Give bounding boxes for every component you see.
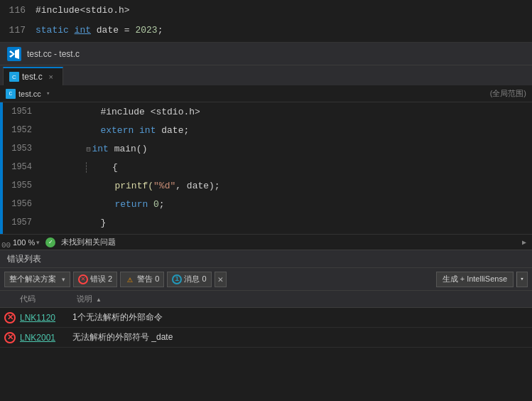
line-number-116: 116 xyxy=(0,5,36,16)
top-snippet-area: 116 #include<stdio.h> 117 static int dat… xyxy=(0,0,532,43)
generate-dropdown-icon[interactable]: ▾ xyxy=(516,272,528,287)
warn-icon: ⚠ xyxy=(125,274,135,284)
solution-dropdown-arrow: ▾ xyxy=(62,276,65,283)
info-badge-btn[interactable]: i 消息 0 xyxy=(167,272,211,287)
var-date: date = xyxy=(91,25,135,36)
scroll-right-icon[interactable]: ▶ xyxy=(522,238,526,247)
var-date-1952: date; xyxy=(156,125,189,136)
val-0: 0 xyxy=(153,199,159,210)
error-section-title: 错误列表 xyxy=(7,253,41,265)
info-badge-label: 消息 0 xyxy=(184,274,206,284)
row-code-1[interactable]: LNK2001 xyxy=(20,333,72,343)
line-num-1952: 1952 xyxy=(3,125,42,135)
window-titlebar: test.cc - test.c xyxy=(0,43,532,65)
editor-area[interactable]: 1951 #include <stdio.h> 1952 extern int … xyxy=(0,102,532,234)
row-error-icon-0: ✕ xyxy=(4,312,16,324)
breadcrumb-dropdown-icon[interactable]: ▾ xyxy=(44,90,53,98)
vs-logo-icon xyxy=(7,47,21,61)
status-ok-icon: ✓ xyxy=(45,237,55,247)
semicolon: ; xyxy=(158,25,163,36)
left-num-00: 00 xyxy=(0,241,12,250)
col-desc-header[interactable]: 说明 ▲ xyxy=(77,294,528,304)
line-num-1951: 1951 xyxy=(3,107,42,117)
brace-close: } xyxy=(100,218,106,228)
line-number-117: 117 xyxy=(0,25,36,36)
zoom-value: 100 % xyxy=(13,238,35,247)
tab-file-icon: C xyxy=(9,72,19,82)
row-desc-0: 1个无法解析的外部命令 xyxy=(72,311,163,324)
editor-line-1957: 1957 } xyxy=(3,213,532,232)
val-2023: 2023 xyxy=(135,25,157,36)
snippet-code-116: #include<stdio.h> xyxy=(36,5,130,16)
warn-badge-label: 警告 0 xyxy=(137,274,159,284)
editor-status-bar: 00 100 % ▾ ✓ 未找到相关问题 ▶ xyxy=(0,234,532,250)
line-num-1954: 1954 xyxy=(3,162,42,172)
breadcrumb-file-icon: C xyxy=(6,89,16,99)
generate-btn[interactable]: 生成 + IntelliSense xyxy=(436,272,514,287)
error-badge-label: 错误 2 xyxy=(90,274,112,284)
col-code-header[interactable]: 代码 xyxy=(20,294,77,304)
error-badge-btn[interactable]: ✕ 错误 2 xyxy=(73,272,117,287)
tab-test-c[interactable]: C test.c × xyxy=(3,67,63,85)
sort-asc-icon: ▲ xyxy=(96,296,102,303)
tab-close-icon[interactable]: × xyxy=(45,71,57,82)
info-icon: i xyxy=(172,274,182,284)
col-desc-label: 说明 xyxy=(77,294,92,303)
error-section-header: 错误列表 xyxy=(0,250,532,268)
line-num-1955: 1955 xyxy=(3,181,42,191)
line-content-1957: } xyxy=(42,207,106,235)
snippet-line-117: 117 static int date = 2023; xyxy=(0,20,532,40)
printf-args: , date); xyxy=(175,181,219,191)
filter-icon: ✕ xyxy=(218,274,224,285)
zoom-control[interactable]: 100 % ▾ xyxy=(13,238,40,247)
error-toolbar: 整个解决方案 ▾ ✕ 错误 2 ⚠ 警告 0 i 消息 0 ✕ 生成 + Int… xyxy=(0,268,532,291)
line-num-1957: 1957 xyxy=(3,218,42,228)
indent1957 xyxy=(86,218,100,228)
row-code-0[interactable]: LNK1120 xyxy=(20,313,72,323)
return-semi: ; xyxy=(159,199,165,210)
status-text: 未找到相关问题 xyxy=(61,237,116,247)
window-title-text: test.cc - test.c xyxy=(27,49,80,59)
zoom-dropdown-icon[interactable]: ▾ xyxy=(36,239,40,246)
snippet-line-116: 116 #include<stdio.h> xyxy=(0,0,532,20)
generate-label: 生成 + IntelliSense xyxy=(443,274,507,284)
solution-dropdown-label: 整个解决方案 xyxy=(9,274,56,284)
col-code-label: 代码 xyxy=(20,294,36,303)
error-row-1[interactable]: ✕ LNK2001 无法解析的外部符号 _date xyxy=(0,328,532,348)
error-icon: ✕ xyxy=(78,274,88,284)
kw-return: return xyxy=(114,199,153,210)
error-row-0[interactable]: ✕ LNK1120 1个无法解析的外部命令 xyxy=(0,308,532,328)
code-lines-wrapper: 1951 #include <stdio.h> 1952 extern int … xyxy=(0,102,532,232)
breadcrumb-scope-text: (全局范围) xyxy=(490,88,526,99)
line-num-1956: 1956 xyxy=(3,199,42,209)
tab-bar: C test.c × xyxy=(0,65,532,85)
row-desc-1: 无法解析的外部符号 _date xyxy=(72,331,173,343)
filter-icon-btn[interactable]: ✕ xyxy=(215,272,227,287)
snippet-code-117: static int date = 2023; xyxy=(36,25,163,36)
breadcrumb-bar: C test.cc ▾ (全局范围) xyxy=(0,85,532,102)
tab-label: test.c xyxy=(22,72,43,82)
error-table-header: 代码 说明 ▲ xyxy=(0,291,532,308)
solution-dropdown[interactable]: 整个解决方案 ▾ xyxy=(4,272,70,287)
warn-badge-btn[interactable]: ⚠ 警告 0 xyxy=(120,272,164,287)
breadcrumb-file-name[interactable]: test.cc xyxy=(18,90,41,98)
line-num-1953: 1953 xyxy=(3,144,42,154)
row-error-icon-1: ✕ xyxy=(4,332,16,343)
kw-int-underline: int xyxy=(75,25,91,36)
kw-static: static xyxy=(36,25,75,36)
